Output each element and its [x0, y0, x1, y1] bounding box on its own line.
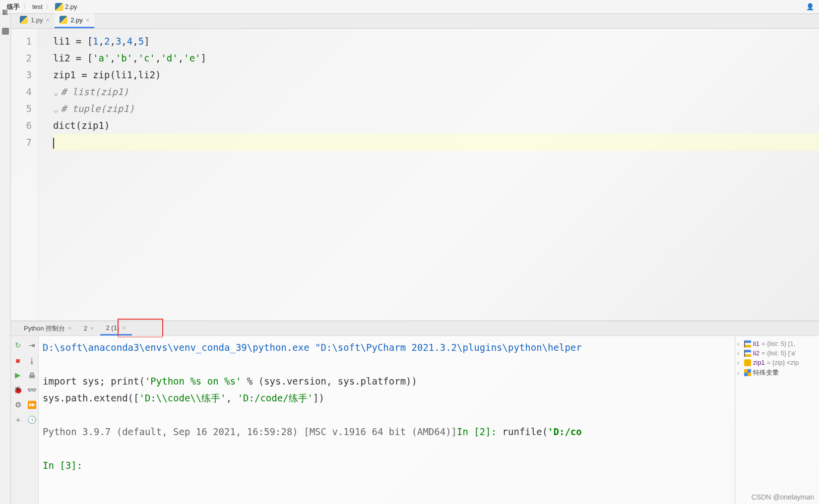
- glasses-icon[interactable]: 👓: [25, 383, 39, 397]
- watermark: CSDN @onelayman: [752, 493, 814, 501]
- code-line: ⌄# tuple(zip1): [53, 100, 819, 117]
- code-line: dict(zip1): [53, 117, 819, 134]
- close-icon[interactable]: ×: [90, 325, 94, 332]
- code-editor[interactable]: 1 2 3 4 5 6 7 li1 = [1,2,3,4,5] li2 = ['…: [11, 29, 819, 321]
- var-row-zip1[interactable]: › zip1 = {zip} <zip: [737, 358, 817, 367]
- fold-icon[interactable]: ⌄: [53, 103, 59, 114]
- debug-button[interactable]: 🐞: [11, 383, 25, 397]
- python-file-icon: [60, 16, 67, 24]
- rerun-button[interactable]: ↻: [11, 338, 25, 353]
- fast-forward-icon[interactable]: ⏩: [25, 397, 39, 412]
- var-row-li2[interactable]: › li2 = {list: 5} ['a': [737, 348, 817, 358]
- console-toolbar: ↻ ⇥ ■ ⭳ ▶ 🖶 🐞 👓 ⚙ ⏩ ＋ 🕓: [11, 336, 39, 504]
- fold-icon[interactable]: ⌄: [53, 86, 59, 97]
- chevron-right-icon: 〉: [23, 2, 29, 11]
- close-icon[interactable]: ×: [86, 16, 90, 24]
- gutter: 1 2 3 4 5 6 7: [11, 29, 38, 321]
- chevron-right-icon[interactable]: ›: [737, 359, 742, 366]
- breadcrumb-item-root[interactable]: 练手: [5, 2, 22, 11]
- print-button[interactable]: 🖶: [25, 368, 39, 383]
- stop-button[interactable]: ■: [11, 353, 25, 368]
- settings-button[interactable]: ⚙: [11, 397, 25, 412]
- wrap-button[interactable]: ⇥: [25, 338, 39, 353]
- variables-panel: › li1 = {list: 5} [1, › li2 = {list: 5} …: [735, 336, 819, 504]
- editor-tab-1py[interactable]: 1.py ×: [15, 13, 55, 28]
- close-icon[interactable]: ×: [68, 325, 72, 332]
- object-icon: [744, 359, 751, 366]
- chevron-right-icon[interactable]: ›: [737, 340, 742, 347]
- console-tabs: Python 控制台 × 2 × 2 (1) ×: [11, 321, 819, 336]
- code-area[interactable]: li1 = [1,2,3,4,5] li2 = ['a','b','c','d'…: [38, 29, 819, 321]
- list-icon: [744, 340, 751, 347]
- console-tab-2[interactable]: 2 ×: [78, 322, 100, 335]
- download-button[interactable]: ⭳: [25, 353, 39, 368]
- folder-icon[interactable]: [2, 28, 9, 35]
- python-file-icon: [55, 3, 63, 11]
- var-row-special[interactable]: › 特殊变量: [737, 367, 817, 378]
- code-line-current: [53, 134, 819, 151]
- run-button[interactable]: ▶: [11, 368, 25, 383]
- console-tab-python[interactable]: Python 控制台 ×: [18, 322, 78, 336]
- code-line: li1 = [1,2,3,4,5]: [53, 33, 819, 50]
- special-var-icon: [744, 369, 751, 376]
- tab-label: 2.py: [70, 16, 83, 24]
- editor-tabs: 1.py × 2.py ×: [11, 14, 819, 29]
- text-cursor: [53, 138, 54, 149]
- console-output[interactable]: D:\soft\anaconda3\envs\venv_conda_39\pyt…: [39, 336, 735, 504]
- chevron-right-icon[interactable]: ›: [737, 349, 742, 357]
- user-icon[interactable]: 👤: [806, 3, 814, 10]
- var-row-li1[interactable]: › li1 = {list: 5} [1,: [737, 339, 817, 348]
- left-sidebar: 项目: [0, 14, 11, 504]
- code-line: li2 = ['a','b','c','d','e']: [53, 50, 819, 66]
- console-tab-2-1[interactable]: 2 (1) ×: [100, 322, 132, 336]
- editor-tab-2py[interactable]: 2.py ×: [55, 13, 94, 28]
- project-tool-button[interactable]: 项目: [1, 18, 9, 22]
- breadcrumb-item-file[interactable]: 2.py: [53, 3, 79, 11]
- breadcrumb: 练手 〉 test 〉 2.py 👤: [0, 0, 819, 14]
- close-icon[interactable]: ×: [122, 324, 126, 332]
- history-icon[interactable]: 🕓: [25, 412, 39, 427]
- list-icon: [744, 350, 751, 357]
- python-file-icon: [20, 16, 28, 24]
- chevron-right-icon: 〉: [46, 2, 52, 11]
- code-line: zip1 = zip(li1,li2): [53, 66, 819, 83]
- code-line: ⌄# list(zip1): [53, 83, 819, 100]
- console-panel: Python 控制台 × 2 × 2 (1) × ↻ ⇥ ■ ⭳ ▶ 🖶 🐞: [11, 321, 819, 504]
- tab-label: 1.py: [31, 16, 43, 24]
- chevron-right-icon[interactable]: ›: [737, 369, 742, 377]
- add-button[interactable]: ＋: [11, 412, 25, 427]
- close-icon[interactable]: ×: [46, 16, 50, 24]
- breadcrumb-item-folder[interactable]: test: [30, 3, 45, 10]
